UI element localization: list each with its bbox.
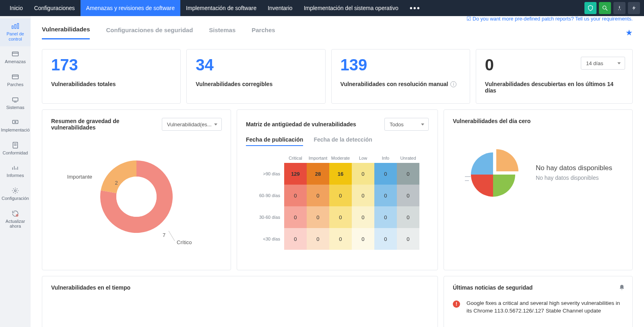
nav-implementacion-software[interactable]: Implementación de software: [180, 0, 262, 16]
patches-icon: [11, 73, 20, 80]
matrix-cell[interactable]: 28: [307, 163, 329, 185]
zeroday-msg-secondary: No hay datos disponibles: [536, 175, 612, 181]
matrix-cell[interactable]: 0: [307, 228, 329, 250]
matrix-cell[interactable]: 0: [284, 228, 307, 250]
donut-value-importante: 2: [115, 180, 118, 186]
systems-icon: [11, 96, 20, 103]
stat-fixable-label: Vulnerabilidades corregibles: [196, 81, 316, 87]
matrix-cell[interactable]: 0: [352, 206, 374, 228]
star-icon[interactable]: ★: [625, 28, 633, 37]
tab-vulnerabilidades[interactable]: Vulnerabilidades: [42, 26, 90, 39]
svg-rect-4: [17, 23, 19, 29]
matrix-cell[interactable]: 0: [397, 206, 419, 228]
panel-matrix-title: Matriz de antigüedad de vulnerabilidades: [246, 121, 356, 128]
threat-icon: [11, 50, 20, 58]
news-item[interactable]: ! Google fixes a critical and several hi…: [453, 300, 623, 315]
sidebar-item-label: Conformidad: [3, 150, 28, 156]
matrix-cell[interactable]: 0: [352, 163, 374, 185]
sidebar-item-label: Implementació: [1, 128, 30, 133]
matrix-cell[interactable]: 0: [397, 163, 419, 185]
matrix-cell[interactable]: 16: [329, 163, 352, 185]
stat-fixable-value: 34: [196, 57, 316, 73]
matrix-cell[interactable]: 0: [284, 206, 307, 228]
days-dropdown[interactable]: 14 días: [581, 57, 625, 70]
zeroday-msg-primary: No hay datos disponibles: [536, 164, 612, 172]
sidebar-item-actualizar[interactable]: Actualizar ahora: [0, 206, 31, 234]
donut-value-critico: 7: [163, 232, 165, 238]
panel-zeroday: Vulnerabilidades del día cero No h: [444, 109, 633, 270]
matrix-cell[interactable]: 0: [374, 206, 397, 228]
stat-total-value: 173: [51, 57, 171, 73]
matrix-cell[interactable]: 0: [374, 185, 397, 206]
matrix-cell[interactable]: 0: [374, 163, 397, 185]
nav-more-icon[interactable]: •••: [404, 0, 426, 16]
stat-manual-label: Vulnerabilidades con resolución manual i: [341, 81, 461, 87]
left-sidebar: Panel de control Amenazas Parches Sistem…: [0, 16, 31, 327]
matrix-cell[interactable]: 0: [374, 228, 397, 250]
severity-dropdown[interactable]: Vulnerabilidad(es...: [162, 118, 222, 131]
matrix-cell[interactable]: 129: [284, 163, 307, 185]
sidebar-item-panel[interactable]: Panel de control: [0, 19, 31, 46]
sidebar-item-label: Panel de control: [1, 31, 30, 41]
info-icon[interactable]: i: [450, 81, 456, 87]
sidebar-item-configuracion[interactable]: Configuración: [0, 183, 31, 206]
search-icon[interactable]: [599, 2, 611, 14]
sidebar-item-parches[interactable]: Parches: [0, 69, 31, 92]
bolt-icon[interactable]: [628, 2, 640, 14]
stat-total-label: Vulnerabilidades totales: [51, 81, 171, 87]
tab-parches[interactable]: Parches: [252, 27, 275, 39]
matrix-cell[interactable]: 0: [307, 206, 329, 228]
panel-severity-title: Resumen de gravedad de vulnerabilidades: [51, 118, 162, 131]
sidebar-item-amenazas[interactable]: Amenazas: [0, 46, 31, 69]
svg-rect-9: [12, 98, 18, 101]
stat-card-total: 173 Vulnerabilidades totales: [42, 49, 181, 104]
refresh-icon: [11, 210, 20, 217]
sidebar-item-informes[interactable]: Informes: [0, 160, 31, 183]
sidebar-item-label: Sistemas: [6, 105, 24, 110]
sidebar-item-implementacion[interactable]: Implementació: [0, 115, 31, 138]
matrix-cell[interactable]: 0: [397, 185, 419, 206]
tab-configuraciones-seguridad[interactable]: Configuraciones de seguridad: [106, 27, 193, 39]
tab-sistemas[interactable]: Sistemas: [209, 27, 235, 39]
gear-icon: [11, 187, 20, 194]
svg-point-22: [116, 177, 157, 217]
age-matrix-heatmap: Critical Important Moderate Low Info Unr…: [246, 153, 429, 250]
shield-icon[interactable]: [584, 2, 597, 14]
nav-configuraciones[interactable]: Configuraciones: [29, 0, 80, 16]
matrix-cell[interactable]: 0: [329, 206, 352, 228]
matrix-col-low: Low: [352, 153, 374, 163]
matrix-col-info: Info: [374, 153, 397, 163]
matrix-cell[interactable]: 0: [352, 228, 374, 250]
nav-inventario[interactable]: Inventario: [262, 0, 298, 16]
sidebar-item-conformidad[interactable]: Conformidad: [0, 138, 31, 160]
matrix-tab-publicacion[interactable]: Fecha de publicación: [246, 136, 303, 146]
nav-inicio[interactable]: Inicio: [4, 0, 29, 16]
svg-point-12: [14, 121, 16, 123]
matrix-cell[interactable]: 0: [284, 185, 307, 206]
matrix-cell[interactable]: 0: [329, 185, 352, 206]
matrix-cell[interactable]: 0: [397, 228, 419, 250]
matrix-dropdown[interactable]: Todos: [384, 118, 429, 131]
matrix-cell[interactable]: 0: [307, 185, 329, 206]
dashboard-icon: [11, 23, 20, 30]
rocket-icon[interactable]: [613, 2, 625, 14]
nav-implementacion-so[interactable]: Implementación del sistema operativo: [298, 0, 404, 16]
svg-line-23: [169, 231, 175, 241]
matrix-tab-deteccion[interactable]: Fecha de la detección: [314, 136, 372, 146]
sidebar-item-label: Informes: [7, 173, 24, 178]
panel-matrix: Matriz de antigüedad de vulnerabilidades…: [237, 109, 438, 270]
sidebar-item-label: Parches: [7, 82, 23, 87]
matrix-row-lt30: <30 días: [255, 228, 284, 250]
alert-icon: !: [453, 300, 460, 308]
stat-card-fixable: 34 Vulnerabilidades corregibles: [186, 49, 325, 104]
svg-rect-3: [14, 25, 16, 29]
promo-link[interactable]: ☑ Do you want more pre-defined patch rep…: [466, 16, 633, 22]
matrix-cell[interactable]: 0: [352, 185, 374, 206]
bell-icon[interactable]: [619, 284, 625, 292]
sidebar-item-sistemas[interactable]: Sistemas: [0, 92, 31, 115]
svg-rect-7: [12, 75, 19, 79]
nav-amenazas[interactable]: Amenazas y revisiones de software: [80, 0, 180, 16]
matrix-cell[interactable]: 0: [329, 228, 352, 250]
sidebar-item-label: Configuración: [2, 196, 29, 201]
matrix-col-unrated: Unrated: [397, 153, 419, 163]
